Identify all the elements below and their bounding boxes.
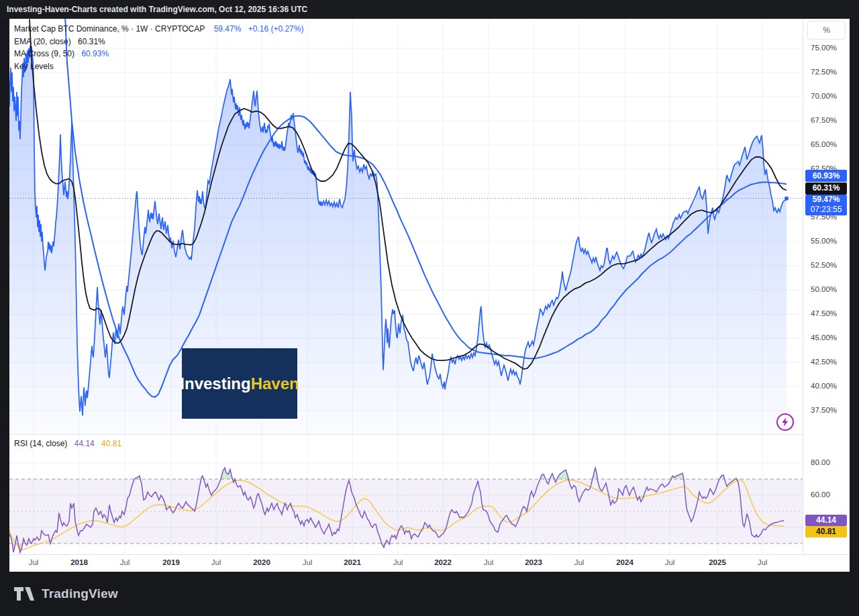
price-tick-label: 37.50% xyxy=(811,406,837,414)
price-badge: 59.47%07:23:55 xyxy=(805,195,847,215)
price-axis[interactable]: % 75.00%72.50%70.00%67.50%65.00%62.50%60… xyxy=(803,19,850,554)
chart-window: % 75.00%72.50%70.00%67.50%65.00%62.50%60… xyxy=(9,19,850,572)
header-title: Investing-Haven-Charts created with Trad… xyxy=(7,5,307,14)
main-legend: Market Cap BTC Dominance, % · 1W · CRYPT… xyxy=(14,23,303,72)
symbol-change: +0.16 (+0.27%) xyxy=(248,24,304,34)
price-tick-label: 75.00% xyxy=(811,44,837,52)
macross-value: 60.93% xyxy=(81,49,109,58)
plot-svg[interactable] xyxy=(9,19,803,554)
time-tick-label: Jul xyxy=(574,558,585,566)
time-tick-label: 2025 xyxy=(709,558,726,566)
rsi-band xyxy=(9,479,803,544)
time-tick-label: Jul xyxy=(758,558,768,566)
rsi-ma-value: 40.81 xyxy=(101,439,121,448)
time-tick-label: 2024 xyxy=(616,558,634,566)
legend-symbol-row[interactable]: Market Cap BTC Dominance, % · 1W · CRYPT… xyxy=(14,23,303,36)
flash-button[interactable] xyxy=(776,413,794,431)
price-tick-label: 67.50% xyxy=(811,116,837,124)
time-tick-label: 2022 xyxy=(434,558,452,566)
price-tick-label: 45.00% xyxy=(811,333,837,342)
tradingview-logo-text: TradingView xyxy=(42,586,118,601)
symbol-last-value: 59.47% xyxy=(214,24,242,34)
time-tick-label: Jul xyxy=(29,558,39,566)
watermark-text: InvestingHaven xyxy=(180,374,299,393)
tradingview-logo-icon xyxy=(13,586,36,601)
price-badge: 44.14 xyxy=(805,515,847,526)
keylevels-label: Key Levels xyxy=(14,62,54,71)
pane-separator[interactable] xyxy=(9,434,850,435)
price-badge: 60.93% xyxy=(805,170,847,182)
price-tick-label: 70.00% xyxy=(811,92,837,100)
price-tick-label: 55.00% xyxy=(811,237,837,245)
legend-ema-row[interactable]: EMA (20, close) 60.31% xyxy=(14,36,303,48)
price-badge: 60.31% xyxy=(805,183,847,195)
time-tick-label: 2023 xyxy=(525,558,542,566)
rsi-value: 44.14 xyxy=(74,439,95,448)
app-frame: Investing-Haven-Charts created with Trad… xyxy=(0,0,859,616)
time-tick-label: 2018 xyxy=(70,558,88,566)
header-bar: Investing-Haven-Charts created with Trad… xyxy=(0,0,859,19)
investinghaven-watermark: InvestingHaven xyxy=(182,348,297,419)
time-tick-label: 2019 xyxy=(162,558,180,566)
price-tick-label: 52.50% xyxy=(811,261,837,269)
price-badge: 40.81 xyxy=(805,526,847,537)
rsi-label: RSI (14, close) xyxy=(14,439,67,448)
price-tick-label: 50.00% xyxy=(811,285,837,293)
rsi-tick-label: 60.00 xyxy=(811,491,830,499)
last-price-dot xyxy=(785,197,789,201)
lightning-icon xyxy=(781,417,789,427)
time-tick-label: Jul xyxy=(303,558,313,566)
price-tick-label: 47.50% xyxy=(811,309,837,317)
rsi-tick-label: 80.00 xyxy=(811,458,830,466)
time-tick-label: Jul xyxy=(211,558,221,566)
time-axis[interactable]: Jul2018Jul2019Jul2020Jul2021Jul2022Jul20… xyxy=(9,555,850,572)
price-tick-label: 40.00% xyxy=(811,382,837,390)
unit-percent-button[interactable]: % xyxy=(807,21,846,40)
time-tick-label: 2021 xyxy=(344,558,361,566)
time-tick-label: Jul xyxy=(665,558,675,566)
price-tick-label: 42.50% xyxy=(811,358,837,366)
legend-macross-row[interactable]: MA Cross (9, 50) 60.93% xyxy=(14,48,303,60)
ema-label: EMA (20, close) xyxy=(14,37,71,46)
macross-label: MA Cross (9, 50) xyxy=(14,49,74,58)
rsi-legend[interactable]: RSI (14, close) 44.14 40.81 xyxy=(14,439,121,448)
time-tick-label: 2020 xyxy=(253,558,270,566)
price-tick-label: 65.00% xyxy=(811,140,837,148)
time-tick-label: Jul xyxy=(120,558,130,566)
time-tick-label: Jul xyxy=(393,558,403,566)
time-tick-label: Jul xyxy=(484,558,494,566)
ema-value: 60.31% xyxy=(78,37,105,46)
footer-bar: TradingView xyxy=(0,572,859,616)
price-tick-label: 72.50% xyxy=(811,68,837,76)
legend-keylevels-row[interactable]: Key Levels xyxy=(14,60,303,73)
symbol-title: Market Cap BTC Dominance, % · 1W · CRYPT… xyxy=(14,24,205,34)
